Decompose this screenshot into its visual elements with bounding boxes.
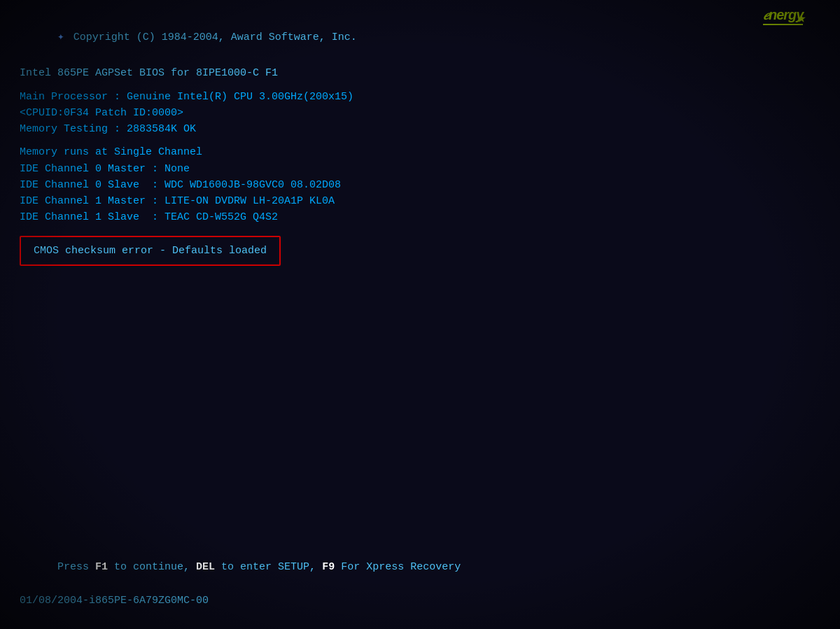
ide-ch1-slave-line: IDE Channel 1 Slave : TEAC CD-W552G Q4S2 (20, 209, 820, 225)
cmos-error-text: CMOS checksum error - Defaults loaded (34, 243, 267, 259)
copyright-line: ✦ Copyright (C) 1984-2004, Award Softwar… (20, 13, 820, 62)
star-icon: ★ (797, 8, 806, 27)
bios-version-line: 01/08/2004-i865PE-6A79ZG0MC-00 (20, 593, 820, 609)
bios-screen: 𝑒nergy ★ ✦ Copyright (C) 1984-2004, Awar… (0, 0, 840, 629)
bios-model-line: Intel 865PE AGPSet BIOS for 8IPE1000-C F… (20, 65, 820, 81)
f9-key: F9 (322, 561, 335, 573)
energy-star-logo: 𝑒nergy ★ (763, 7, 826, 63)
award-logo-icon: ✦ (57, 29, 64, 46)
cpuid-line: <CPUID:0F34 Patch ID:0000> (20, 105, 820, 121)
f1-key: F1 (95, 561, 108, 573)
bottom-press-text: Press (57, 561, 95, 573)
ide-ch0-slave-line: IDE Channel 0 Slave : WDC WD1600JB-98GVC… (20, 177, 820, 193)
memory-channel-line: Memory runs at Single Channel (20, 144, 820, 160)
bottom-bar: Press F1 to continue, DEL to enter SETUP… (20, 542, 820, 609)
del-key: DEL (196, 561, 215, 573)
ide-ch0-master-line: IDE Channel 0 Master : None (20, 161, 820, 177)
memory-testing-line: Memory Testing : 2883584K OK (20, 121, 820, 137)
bottom-setup-text: to enter SETUP, (215, 561, 322, 573)
bottom-continue-text: to continue, (108, 561, 196, 573)
ide-ch1-master-line: IDE Channel 1 Master : LITE-ON DVDRW LH-… (20, 193, 820, 209)
copyright-text: Copyright (C) 1984-2004, Award Software,… (67, 32, 357, 44)
bottom-line1: Press F1 to continue, DEL to enter SETUP… (20, 542, 820, 593)
bottom-recovery-text: For Xpress Recovery (335, 561, 461, 573)
cmos-error-box: CMOS checksum error - Defaults loaded (20, 236, 281, 266)
processor-line: Main Processor : Genuine Intel(R) CPU 3.… (20, 89, 820, 105)
bios-content: ✦ Copyright (C) 1984-2004, Award Softwar… (20, 13, 820, 269)
